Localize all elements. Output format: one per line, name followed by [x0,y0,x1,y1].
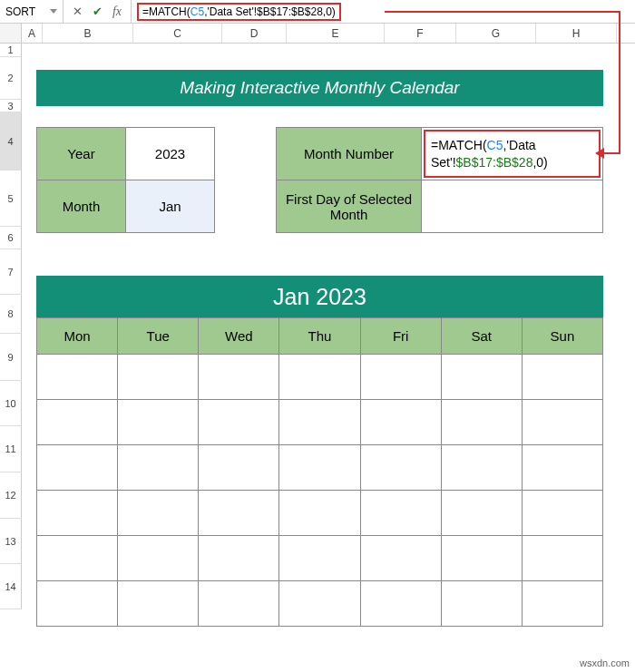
month-info-table: Month Number =MATCH(C5,'Data Set'!$B$17:… [276,127,603,233]
row-header-3[interactable]: 3 [0,100,22,112]
row-header-10[interactable]: 10 [0,381,22,426]
calendar-cell[interactable] [522,445,602,491]
arrow-head-icon [595,148,604,159]
calendar-cell[interactable] [118,536,199,581]
day-header-mon: Mon [37,318,118,355]
calendar-cell[interactable] [118,581,199,627]
calendar-cell[interactable] [441,536,522,581]
col-header-C[interactable]: C [133,24,222,43]
row-header-11[interactable]: 11 [0,426,22,472]
formula-display: =MATCH(C5,'Data Set'!$B$17:$B$28,0) [424,130,601,178]
calendar-cell[interactable] [279,536,360,581]
day-header-wed: Wed [199,318,279,355]
day-header-sat: Sat [441,318,522,355]
col-header-H[interactable]: H [536,24,617,43]
calendar-cell[interactable] [199,400,279,445]
first-day-cell[interactable] [422,180,603,233]
formula-bar-icons: ✕ ✔ fx [64,0,132,23]
col-header-A[interactable]: A [22,24,43,43]
calendar-cell[interactable] [441,491,522,536]
col-header-D[interactable]: D [222,24,287,43]
row-header-7[interactable]: 7 [0,249,22,295]
calendar-cell[interactable] [37,581,118,627]
calendar-cell[interactable] [522,536,602,581]
calendar-cell[interactable] [118,491,199,536]
row-header-2[interactable]: 2 [0,57,22,100]
callout-line [385,11,620,13]
calendar-cell[interactable] [118,400,199,445]
calendar-cell[interactable] [118,355,199,400]
calendar-cell[interactable] [522,400,602,445]
year-value[interactable]: 2023 [126,128,215,180]
calendar-cell[interactable] [279,400,360,445]
calendar-cell[interactable] [360,355,441,400]
month-number-cell[interactable]: =MATCH(C5,'Data Set'!$B$17:$B$28,0) [422,128,603,180]
row-header-1[interactable]: 1 [0,44,22,57]
calendar-title: Jan 2023 [36,276,603,317]
calendar-cell[interactable] [118,445,199,491]
page-title: Making Interactive Monthly Calendar [36,70,603,106]
month-label: Month [37,180,126,233]
row-header-6[interactable]: 6 [0,227,22,249]
calendar-table: Mon Tue Wed Thu Fri Sat Sun [36,317,603,627]
column-headers: A B C D E F G H [0,24,635,44]
row-headers: 1 2 3 4 5 6 7 8 9 10 11 12 13 14 [0,44,22,672]
calendar-cell[interactable] [199,581,279,627]
row-header-12[interactable]: 12 [0,472,22,519]
calendar-cell[interactable] [522,355,602,400]
row-header-8[interactable]: 8 [0,295,22,334]
calendar-cell[interactable] [441,400,522,445]
col-header-G[interactable]: G [456,24,536,43]
row-header-9[interactable]: 9 [0,334,22,381]
first-day-label: First Day of Selected Month [277,180,422,233]
calendar-cell[interactable] [37,355,118,400]
month-value[interactable]: Jan [126,180,215,233]
calendar-cell[interactable] [360,445,441,491]
row-header-14[interactable]: 14 [0,564,22,609]
calendar-cell[interactable] [199,536,279,581]
worksheet[interactable]: Making Interactive Monthly Calendar Year… [22,44,635,672]
watermark: wsxdn.com [580,657,630,668]
calendar-cell[interactable] [279,581,360,627]
calendar-cell[interactable] [441,445,522,491]
calendar-cell[interactable] [441,581,522,627]
calendar-cell[interactable] [199,445,279,491]
calendar-cell[interactable] [360,400,441,445]
calendar-cell[interactable] [37,491,118,536]
calendar-cell[interactable] [522,581,602,627]
day-header-fri: Fri [360,318,441,355]
callout-line [602,152,620,154]
calendar-cell[interactable] [279,355,360,400]
calendar-cell[interactable] [360,581,441,627]
calendar-cell[interactable] [37,445,118,491]
calendar-cell[interactable] [279,445,360,491]
calendar-cell[interactable] [37,400,118,445]
year-label: Year [37,128,126,180]
calendar-cell[interactable] [441,355,522,400]
formula-highlight: =MATCH(C5,'Data Set'!$B$17:$B$28,0) [137,3,341,21]
year-month-table: Year 2023 Month Jan [36,127,215,233]
calendar-cell[interactable] [360,536,441,581]
fx-icon[interactable]: fx [107,5,127,19]
calendar-cell[interactable] [279,491,360,536]
day-header-thu: Thu [279,318,360,355]
col-header-E[interactable]: E [287,24,385,43]
calendar-cell[interactable] [360,491,441,536]
day-header-sun: Sun [522,318,602,355]
day-header-tue: Tue [118,318,199,355]
callout-line [619,13,620,154]
calendar-cell[interactable] [37,536,118,581]
calendar-cell[interactable] [199,355,279,400]
col-header-F[interactable]: F [385,24,456,43]
row-header-5[interactable]: 5 [0,170,22,227]
cancel-icon[interactable]: ✕ [67,5,87,18]
row-header-4[interactable]: 4 [0,112,22,170]
name-box[interactable]: SORT [0,0,64,23]
select-all-corner[interactable] [0,24,22,43]
row-header-13[interactable]: 13 [0,519,22,564]
col-header-B[interactable]: B [43,24,133,43]
calendar-cell[interactable] [522,491,602,536]
month-number-label: Month Number [277,128,422,180]
enter-icon[interactable]: ✔ [87,5,107,18]
calendar-cell[interactable] [199,491,279,536]
